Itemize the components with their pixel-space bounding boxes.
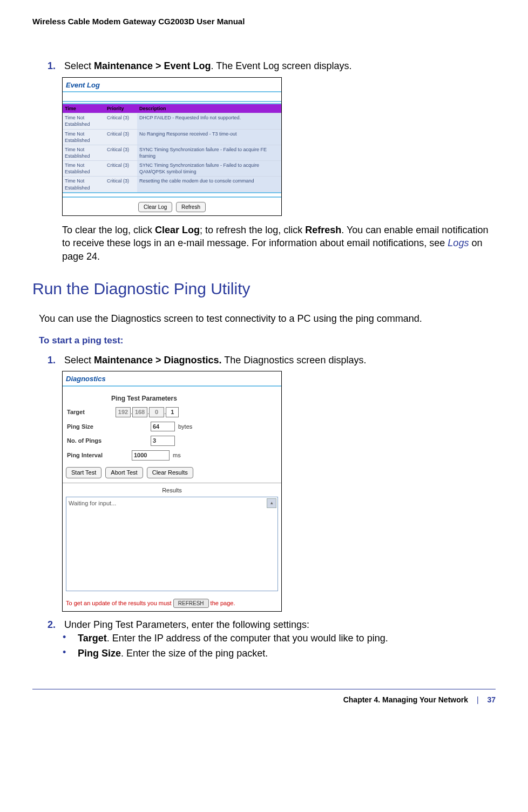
interval-row: Ping Interval 1000 ms [63, 448, 281, 463]
table-row: Time Not EstablishedCritical (3)No Rangi… [63, 129, 281, 145]
ping-size-input[interactable]: 64 [151, 422, 175, 432]
doc-header: Wireless Cable Modem Gateway CG2003D Use… [32, 16, 496, 27]
diagnostics-screenshot: Diagnostics Ping Test Parameters Target … [62, 371, 282, 612]
interval-input[interactable]: 1000 [132, 450, 170, 461]
param-header: Ping Test Parameters [63, 391, 281, 405]
ping-size-row: Ping Size 64 bytes [63, 419, 281, 434]
ping-size-label: Ping Size [67, 423, 151, 431]
section-heading: Run the Diagnostic Ping Utility [32, 278, 496, 300]
ip-octet-3[interactable]: 0 [149, 407, 164, 417]
chapter-label: Chapter 4. Managing Your Network [343, 695, 468, 704]
ip-octet-2[interactable]: 168 [132, 407, 147, 417]
target-label: Target [67, 408, 116, 416]
abort-test-button[interactable]: Abort Test [105, 467, 143, 478]
col-priority: Priority [105, 104, 137, 113]
step-number: 1. [48, 59, 62, 72]
results-textarea[interactable]: Waiting for input... ▴ [66, 497, 278, 591]
event-log-title: Event Log [63, 78, 281, 93]
no-pings-row: No. of Pings 3 [63, 434, 281, 448]
bullet-item: • Target. Enter the IP address of the co… [63, 632, 496, 645]
bullet-icon: • [63, 632, 78, 645]
results-footer: To get an update of the results you must… [63, 594, 281, 612]
bullet-icon: • [63, 647, 78, 660]
diagnostics-title: Diagnostics [63, 371, 281, 387]
menu-path: Maintenance > Event Log [94, 60, 211, 71]
start-test-button[interactable]: Start Test [66, 467, 101, 478]
clear-results-button[interactable]: Clear Results [147, 467, 193, 478]
ip-octet-4[interactable]: 1 [166, 407, 179, 417]
target-row: Target 192. 168. 0. 1 [63, 405, 281, 419]
no-pings-input[interactable]: 3 [151, 436, 175, 446]
unit: ms [173, 451, 181, 459]
interval-label: Ping Interval [67, 451, 132, 459]
step-number: 1. [48, 354, 62, 367]
event-log-table: Time Priority Description Time Not Estab… [63, 103, 281, 193]
refresh-results-button[interactable]: REFRESH [173, 599, 209, 608]
table-row: Time Not EstablishedCritical (3)SYNC Tim… [63, 145, 281, 160]
text: Select [64, 60, 94, 71]
clear-log-button[interactable]: Clear Log [138, 202, 172, 213]
scroll-up-icon[interactable]: ▴ [267, 498, 276, 508]
page-footer: Chapter 4. Managing Your Network | 37 [32, 689, 496, 705]
ip-octet-1[interactable]: 192 [116, 407, 131, 417]
logs-link[interactable]: Logs [448, 238, 469, 248]
event-log-screenshot: Event Log Time Priority Description Time… [62, 77, 282, 216]
col-time: Time [63, 104, 105, 113]
step-number: 2. [48, 618, 62, 631]
text: . The Event Log screen displays. [211, 60, 352, 71]
diag-step-2: 2. Under Ping Test Parameters, enter the… [48, 618, 496, 631]
col-description: Description [137, 104, 281, 113]
page-number: 37 [487, 695, 496, 704]
paragraph: You can use the Diagnostics screen to te… [39, 312, 496, 325]
table-row: Time Not EstablishedCritical (3)DHCP FAI… [63, 113, 281, 129]
no-pings-label: No. of Pings [67, 437, 151, 445]
step-1: 1. Select Maintenance > Event Log. The E… [48, 59, 496, 72]
bullet-item: • Ping Size. Enter the size of the ping … [63, 647, 496, 660]
diag-step-1: 1. Select Maintenance > Diagnostics. The… [48, 354, 496, 367]
table-row: Time Not EstablishedCritical (3)SYNC Tim… [63, 161, 281, 177]
refresh-button[interactable]: Refresh [176, 202, 206, 213]
subheading: To start a ping test: [39, 335, 496, 347]
results-label: Results [66, 485, 278, 497]
table-row: Time Not EstablishedCritical (3)Resettin… [63, 177, 281, 193]
paragraph: To clear the log, click Clear Log; to re… [62, 224, 496, 263]
unit: bytes [178, 423, 192, 431]
